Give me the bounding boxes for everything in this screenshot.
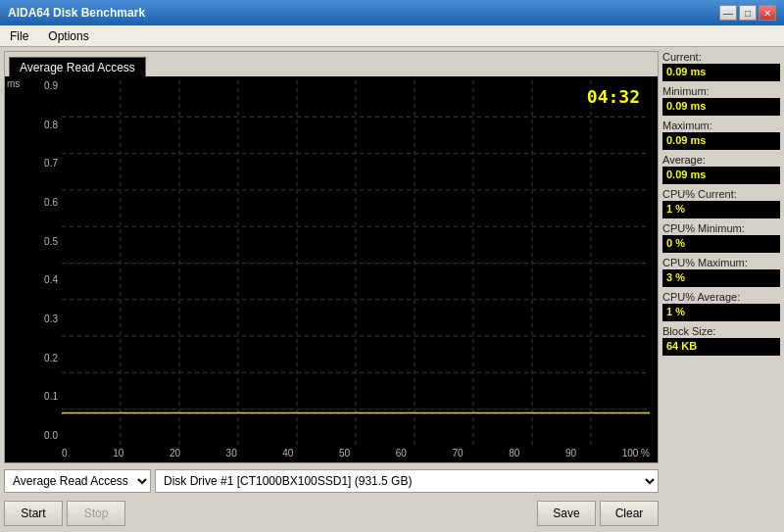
menu-file[interactable]: File xyxy=(4,27,34,45)
menu-options[interactable]: Options xyxy=(42,27,94,45)
stat-cpu-minimum: CPU% Minimum: 0 % xyxy=(662,222,780,253)
minimize-button[interactable]: — xyxy=(719,5,737,21)
tab-container: Average Read Access ms 0.9 0.8 0.7 0.6 0… xyxy=(4,51,659,463)
cpu-minimum-label: CPU% Minimum: xyxy=(662,222,780,234)
cpu-average-value: 1 % xyxy=(662,304,780,321)
cpu-current-value: 1 % xyxy=(662,201,780,218)
tab-average-read-access[interactable]: Average Read Access xyxy=(9,57,146,77)
current-value: 0.09 ms xyxy=(662,64,780,81)
left-panel: Average Read Access ms 0.9 0.8 0.7 0.6 0… xyxy=(4,51,659,528)
menu-bar: File Options xyxy=(0,25,784,47)
grid-svg xyxy=(62,80,650,446)
stat-cpu-maximum: CPU% Maximum: 3 % xyxy=(662,257,780,287)
cpu-minimum-value: 0 % xyxy=(662,235,780,253)
minimum-label: Minimum: xyxy=(662,85,780,97)
stat-current: Current: 0.09 ms xyxy=(662,51,780,81)
y-axis-unit: ms xyxy=(7,78,20,89)
x-axis-labels: 0 10 20 30 40 50 60 70 80 90 100 % xyxy=(62,446,650,459)
title-bar: AIDA64 Disk Benchmark — □ ✕ xyxy=(0,0,784,25)
block-size-value: 64 KB xyxy=(662,338,780,356)
stat-cpu-average: CPU% Average: 1 % xyxy=(662,291,780,321)
stop-button[interactable]: Stop xyxy=(67,501,125,526)
right-panel: Current: 0.09 ms Minimum: 0.09 ms Maximu… xyxy=(662,51,780,528)
cpu-maximum-value: 3 % xyxy=(662,269,780,287)
block-size-label: Block Size: xyxy=(662,325,780,337)
main-container: Average Read Access ms 0.9 0.8 0.7 0.6 0… xyxy=(0,47,784,532)
maximum-label: Maximum: xyxy=(662,120,780,131)
save-button[interactable]: Save xyxy=(537,501,596,526)
chart-area: ms 0.9 0.8 0.7 0.6 0.5 0.4 0.3 0.2 0.1 0… xyxy=(5,76,658,462)
chart-grid: 04:32 xyxy=(62,80,650,446)
stat-block-size: Block Size: 64 KB xyxy=(662,325,780,356)
current-label: Current: xyxy=(662,51,780,63)
stat-minimum: Minimum: 0.09 ms xyxy=(662,85,780,116)
bottom-controls: Average Read Access Disk Drive #1 [CT100… xyxy=(4,467,659,495)
cpu-current-label: CPU% Current: xyxy=(662,188,780,200)
chart-and-x: 04:32 0 10 20 30 40 50 60 70 80 90 100 % xyxy=(62,80,650,459)
window-title: AIDA64 Disk Benchmark xyxy=(8,6,145,20)
average-value: 0.09 ms xyxy=(662,167,780,184)
stat-cpu-current: CPU% Current: 1 % xyxy=(662,188,780,218)
benchmark-type-select[interactable]: Average Read Access xyxy=(4,469,151,493)
y-axis: 0.9 0.8 0.7 0.6 0.5 0.4 0.3 0.2 0.1 0.0 xyxy=(34,80,62,459)
clear-button[interactable]: Clear xyxy=(600,501,659,526)
timer-display: 04:32 xyxy=(587,86,640,107)
average-label: Average: xyxy=(662,154,780,166)
tab-header: Average Read Access xyxy=(5,52,658,76)
action-buttons-row: Start Stop Save Clear xyxy=(4,499,659,528)
minimum-value: 0.09 ms xyxy=(662,98,780,116)
maximum-value: 0.09 ms xyxy=(662,132,780,150)
close-button[interactable]: ✕ xyxy=(759,5,776,21)
stat-maximum: Maximum: 0.09 ms xyxy=(662,120,780,150)
disk-select[interactable]: Disk Drive #1 [CT1000BX100SSD1] (931.5 G… xyxy=(155,469,659,493)
stat-average: Average: 0.09 ms xyxy=(662,154,780,184)
cpu-maximum-label: CPU% Maximum: xyxy=(662,257,780,268)
cpu-average-label: CPU% Average: xyxy=(662,291,780,303)
maximize-button[interactable]: □ xyxy=(739,5,757,21)
title-bar-buttons: — □ ✕ xyxy=(719,5,776,21)
start-button[interactable]: Start xyxy=(4,501,63,526)
